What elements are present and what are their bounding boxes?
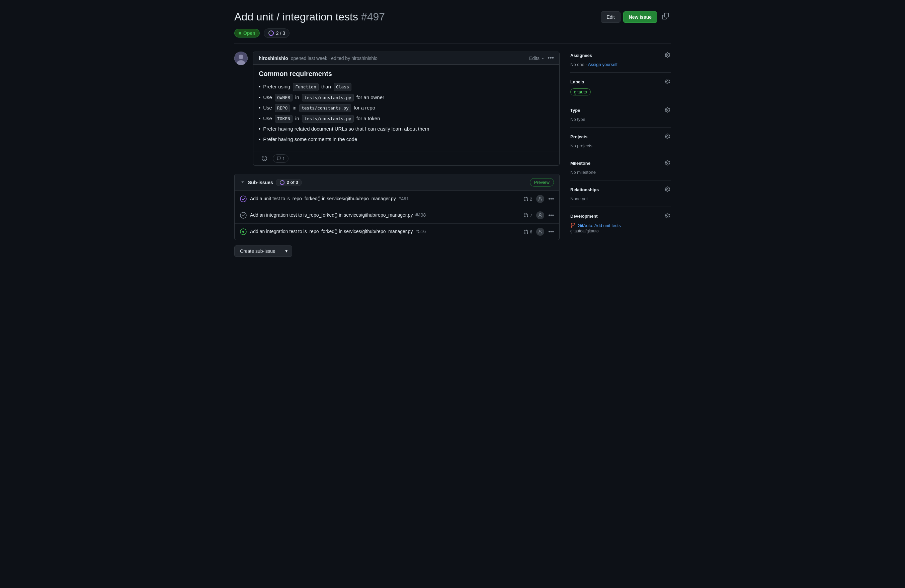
list-item: Use REPO in tests/constants.py for a rep… bbox=[259, 104, 554, 112]
type-title: Type bbox=[570, 108, 580, 113]
pr-count-1: 2 bbox=[524, 197, 532, 202]
subissue-right-2: 7 ••• bbox=[524, 211, 554, 219]
open-label: Open bbox=[243, 30, 256, 36]
list-item: Prefer having related document URLs so t… bbox=[259, 125, 554, 133]
subissue-more-button-1[interactable]: ••• bbox=[548, 196, 554, 202]
projects-gear-button[interactable] bbox=[664, 133, 671, 141]
comment-author-meta: hiroshinishio opened last week · edited … bbox=[259, 56, 378, 61]
more-options-button[interactable]: ••• bbox=[548, 55, 554, 62]
type-value: No type bbox=[570, 117, 671, 122]
development-link-area: GitAuto: Add unit tests gitautoai/gitaut… bbox=[570, 222, 671, 234]
chevron-down-icon bbox=[240, 179, 245, 184]
collapse-subissues-button[interactable] bbox=[240, 179, 245, 186]
svg-point-10 bbox=[242, 231, 245, 233]
gear-icon bbox=[665, 52, 670, 57]
open-issue-icon bbox=[240, 228, 247, 235]
development-link[interactable]: GitAuto: Add unit tests bbox=[570, 222, 671, 228]
issue-title-text: Add unit / integration tests bbox=[234, 11, 358, 23]
projects-header: Projects bbox=[570, 133, 671, 141]
assignees-title: Assignees bbox=[570, 53, 592, 58]
subissue-item-1: Add a unit test to is_repo_forked() in s… bbox=[235, 191, 559, 207]
assignees-section: Assignees No one - Assign yourself bbox=[570, 52, 671, 73]
comment-time: opened last week · edited by hiroshinish… bbox=[289, 56, 378, 61]
list-item: Prefer having some comments in the code bbox=[259, 136, 554, 143]
subissue-left-1: Add a unit test to is_repo_forked() in s… bbox=[240, 195, 409, 202]
subissues-section: Sub-issues 2 of 3 Preview bbox=[234, 174, 560, 240]
issue-header: Add unit / integration tests #497 Edit N… bbox=[234, 11, 671, 23]
assign-yourself-link[interactable]: Assign yourself bbox=[588, 62, 618, 67]
header-buttons: Edit New issue bbox=[601, 11, 671, 23]
list-item: Use TOKEN in tests/constants.py for a to… bbox=[259, 115, 554, 123]
milestone-gear-button[interactable] bbox=[664, 159, 671, 167]
subissue-more-button-3[interactable]: ••• bbox=[548, 229, 554, 235]
labels-header: Labels bbox=[570, 78, 671, 86]
type-section: Type No type bbox=[570, 101, 671, 127]
svg-point-3 bbox=[239, 55, 243, 59]
development-title: Development bbox=[570, 214, 598, 219]
labels-section: Labels gitauto bbox=[570, 73, 671, 101]
copy-button[interactable] bbox=[660, 11, 671, 23]
comment-content-area: hiroshinishio opened last week · edited … bbox=[253, 52, 560, 166]
svg-point-7 bbox=[240, 196, 246, 202]
avatar-image bbox=[234, 52, 248, 65]
development-repo: gitautoai/gitauto bbox=[570, 229, 671, 234]
milestone-header: Milestone bbox=[570, 159, 671, 167]
relationships-gear-button[interactable] bbox=[664, 186, 671, 194]
list-item: Use OWNER in tests/constants.py for an o… bbox=[259, 94, 554, 102]
pr-count-2: 7 bbox=[524, 213, 532, 218]
add-reaction-button[interactable] bbox=[259, 154, 270, 163]
development-link-text: GitAuto: Add unit tests bbox=[578, 223, 621, 228]
relationships-header: Relationships bbox=[570, 186, 671, 194]
milestone-section: Milestone No milestone bbox=[570, 154, 671, 181]
development-section: Development GitAuto: Add unit tests bbox=[570, 207, 671, 239]
projects-title: Projects bbox=[570, 134, 587, 139]
completed-icon bbox=[240, 195, 247, 202]
pr-count-3: 6 bbox=[524, 229, 532, 234]
comment-box: hiroshinishio opened last week · edited … bbox=[234, 52, 560, 166]
avatar bbox=[234, 52, 248, 65]
comment-footer: 1 bbox=[253, 151, 559, 165]
assignee-avatar-1 bbox=[536, 195, 544, 203]
open-badge: Open bbox=[234, 29, 260, 38]
assignee-avatar-3 bbox=[536, 228, 544, 236]
person-icon bbox=[538, 213, 543, 218]
milestone-value: No milestone bbox=[570, 170, 671, 175]
completed-closed-icon bbox=[240, 212, 247, 219]
relationships-title: Relationships bbox=[570, 187, 599, 192]
edit-button[interactable]: Edit bbox=[601, 11, 620, 23]
subissues-progress-badge: 2 / 3 bbox=[264, 29, 289, 38]
create-subissue-row: Create sub-issue ▼ bbox=[234, 245, 560, 257]
edits-button[interactable]: Edits bbox=[529, 56, 545, 61]
copy-icon bbox=[662, 13, 669, 19]
create-subissue-button[interactable]: Create sub-issue bbox=[234, 245, 281, 257]
chevron-down-icon bbox=[541, 56, 545, 60]
assignees-gear-button[interactable] bbox=[664, 52, 671, 59]
new-issue-button[interactable]: New issue bbox=[623, 11, 657, 23]
subissue-item-2: Add an integration test to is_repo_forke… bbox=[235, 207, 559, 224]
type-header: Type bbox=[570, 106, 671, 114]
comment-author-name: hiroshinishio bbox=[259, 56, 288, 61]
create-subissue-dropdown-button[interactable]: ▼ bbox=[281, 245, 292, 257]
requirements-list: Prefer using Function than Class Use OWN… bbox=[259, 83, 554, 143]
subissue-left-2: Add an integration test to is_repo_forke… bbox=[240, 212, 426, 219]
main-layout: hiroshinishio opened last week · edited … bbox=[234, 52, 671, 257]
quote-icon bbox=[276, 156, 281, 161]
svg-point-8 bbox=[240, 212, 246, 218]
relationships-section: Relationships None yet bbox=[570, 181, 671, 207]
labels-gear-button[interactable] bbox=[664, 78, 671, 86]
milestone-title: Milestone bbox=[570, 161, 591, 166]
type-gear-button[interactable] bbox=[664, 106, 671, 114]
quote-count: 1 bbox=[283, 156, 285, 161]
main-content: hiroshinishio opened last week · edited … bbox=[234, 52, 560, 257]
subissue-item-3: Add an integration test to is_repo_forke… bbox=[235, 224, 559, 240]
progress-ring-icon bbox=[268, 30, 274, 36]
page-title: Add unit / integration tests #497 bbox=[234, 11, 385, 23]
preview-button[interactable]: Preview bbox=[530, 178, 554, 186]
subissue-more-button-2[interactable]: ••• bbox=[548, 212, 554, 218]
subissues-title-area: Sub-issues 2 of 3 bbox=[240, 179, 302, 186]
gear-icon bbox=[665, 107, 670, 113]
development-gear-button[interactable] bbox=[664, 212, 671, 220]
person-icon bbox=[538, 229, 543, 234]
comment-actions: Edits ••• bbox=[529, 55, 554, 62]
person-icon bbox=[538, 197, 543, 201]
